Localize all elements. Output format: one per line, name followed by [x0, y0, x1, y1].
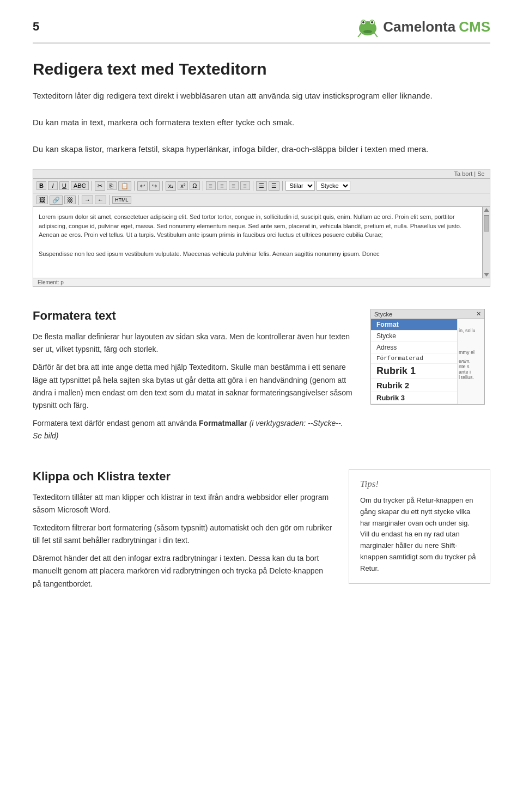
image-button[interactable]: 🖼: [37, 196, 48, 204]
tips-heading: Tips!: [360, 479, 479, 490]
scroll-arrow-up-icon: [484, 208, 489, 212]
align-center-button[interactable]: ≡: [217, 181, 227, 190]
dropdown-side-text: in, sollu mmy el enim. nte s ante i l te…: [457, 319, 484, 404]
stycke-select[interactable]: Stycke: [317, 181, 350, 191]
formatera-para3: Formatera text därför endast genom att a…: [33, 417, 354, 442]
klippa-para1: Texteditorn tillåter att man klipper och…: [33, 491, 332, 516]
align-justify-button[interactable]: ≡: [240, 181, 250, 190]
formatera-para3-normal: Formatera text därför endast genom att a…: [33, 419, 199, 428]
format-dropdown: Stycke ✕ Format Stycke Adress Förformate…: [370, 309, 485, 405]
styles-select[interactable]: Stilar: [285, 181, 315, 191]
page-container: 5 Camelonta CMS Redigera text med Texted…: [0, 0, 523, 812]
strikethrough-button[interactable]: ABC: [71, 181, 89, 190]
page-title: Redigera text med Texteditorn: [33, 60, 490, 78]
link-button[interactable]: 🔗: [50, 196, 63, 205]
formatera-para3-bold: Formatmallar: [199, 419, 247, 428]
editor-toolbar-row1: B I U ABC ✂ ⎘ 📋 ↩ ↪ x₂ x² Ω ≡ ≡ ≡ ≡ ☰ ☰: [33, 179, 490, 193]
row2-sep1: [78, 195, 79, 205]
superscript-button[interactable]: x²: [178, 181, 188, 190]
underline-button[interactable]: U: [59, 181, 69, 190]
formatera-heading: Formatera text: [33, 309, 354, 323]
tips-text: Om du trycker på Retur-knappen en gång s…: [360, 495, 479, 575]
html-button[interactable]: HTML: [112, 196, 131, 204]
scroll-arrow-down-icon: [484, 273, 489, 277]
editor-content[interactable]: Lorem ipsum dolor sit amet, consectetuer…: [33, 207, 482, 278]
indent-button[interactable]: →: [82, 196, 93, 204]
editor-toolbar-row2: 🖼 🔗 ⛓ → ← HTML: [33, 193, 490, 207]
italic-button[interactable]: I: [48, 181, 58, 190]
dropdown-item-adress[interactable]: Adress: [371, 342, 457, 353]
subscript-button[interactable]: x₂: [166, 181, 177, 191]
klippa-para3: Däremot händer det att den infogar extra…: [33, 552, 332, 590]
formatera-left-col: Formatera text De flesta mallar definier…: [33, 309, 354, 448]
editor-body: Lorem ipsum dolor sit amet, consectetuer…: [33, 207, 490, 278]
dropdown-item-rubrik2[interactable]: Rubrik 2: [371, 379, 457, 392]
dropdown-item-format[interactable]: Format: [371, 319, 457, 331]
editor-para1: Lorem ipsum dolor sit amet, consectetuer…: [39, 212, 477, 240]
dropdown-item-rubrik1[interactable]: Rubrik 1: [371, 364, 457, 379]
bold-button[interactable]: B: [37, 181, 46, 190]
svg-point-6: [371, 21, 373, 23]
undo-button[interactable]: ↩: [137, 181, 148, 191]
separator3: [162, 181, 163, 191]
unlink-button[interactable]: ⛓: [64, 196, 76, 204]
intro-para1: Texteditorn låter dig redigera text dire…: [33, 89, 490, 103]
klippa-left-col: Klippa och Klistra texter Texteditorn ti…: [33, 469, 332, 596]
dropdown-item-rubrik3[interactable]: Rubrik 3: [371, 392, 457, 404]
tips-col: Tips! Om du trycker på Retur-knappen en …: [349, 469, 490, 596]
page-header: 5 Camelonta CMS: [33, 16, 490, 44]
dropdown-format-item[interactable]: Format Stycke Adress Förformaterad Rubri…: [371, 319, 457, 404]
editor-top-bar: Ta bort | Sc: [33, 169, 490, 179]
formatera-right-col: Stycke ✕ Format Stycke Adress Förformate…: [370, 309, 490, 448]
logo-area: Camelonta CMS: [356, 16, 490, 37]
klippa-para2: Texteditorn filtrerar bort formatering (…: [33, 522, 332, 547]
copy-button[interactable]: ⎘: [107, 181, 117, 190]
redo-button[interactable]: ↪: [149, 181, 160, 191]
paste-button[interactable]: 📋: [118, 181, 131, 191]
formatera-para1: De flesta mallar definierar hur layouten…: [33, 331, 354, 356]
align-left-button[interactable]: ≡: [206, 181, 216, 190]
dropdown-item-forformaterad[interactable]: Förformaterad: [371, 353, 457, 364]
separator5: [253, 181, 253, 191]
outdent-button[interactable]: ←: [95, 196, 106, 204]
dropdown-format-row: Format Stycke Adress Förformaterad Rubri…: [371, 319, 484, 404]
intro-para2: Du kan mata in text, markera och formate…: [33, 116, 490, 130]
klippa-section: Klippa och Klistra texter Texteditorn ti…: [33, 469, 490, 596]
separator6: [282, 181, 283, 191]
dropdown-title: Stycke: [374, 311, 392, 318]
logo-text-camelonta: Camelonta: [383, 19, 455, 35]
intro-para3: Du kan skapa listor, markera fetstil, sk…: [33, 143, 490, 156]
dropdown-close-icon[interactable]: ✕: [476, 310, 481, 318]
align-right-button[interactable]: ≡: [229, 181, 239, 190]
svg-point-5: [362, 21, 364, 23]
formatera-para2: Därför är det bra att inte ange detta me…: [33, 361, 354, 411]
editor-status-bar: Element: p: [33, 278, 490, 286]
camelonta-logo-icon: [356, 16, 380, 37]
list-ol-button[interactable]: ☰: [269, 181, 279, 191]
tabort-label: Ta bort | Sc: [454, 170, 484, 177]
list-ul-button[interactable]: ☰: [256, 181, 267, 191]
separator1: [92, 181, 92, 191]
scrollbar-thumb[interactable]: [484, 215, 489, 231]
logo-text-cms: CMS: [459, 19, 490, 35]
klippa-heading: Klippa och Klistra texter: [33, 469, 332, 484]
editor-status-text: Element: p: [38, 279, 64, 285]
dropdown-item-stycke[interactable]: Stycke: [371, 331, 457, 342]
separator4: [203, 181, 203, 191]
separator2: [134, 181, 135, 191]
editor-para2: Suspendisse non leo sed ipsum vestibulum…: [39, 249, 477, 259]
tips-box: Tips! Om du trycker på Retur-knappen en …: [349, 469, 490, 584]
dropdown-items: Format Stycke Adress Förformaterad Rubri…: [371, 319, 484, 404]
editor-scrollbar[interactable]: [482, 207, 490, 278]
page-number: 5: [33, 20, 39, 34]
special-chars-button[interactable]: Ω: [190, 181, 199, 190]
formatera-section: Formatera text De flesta mallar definier…: [33, 309, 490, 448]
dropdown-header: Stycke ✕: [371, 309, 484, 319]
editor-screenshot: Ta bort | Sc B I U ABC ✂ ⎘ 📋 ↩ ↪ x₂ x² Ω…: [33, 169, 490, 287]
svg-point-7: [363, 30, 372, 33]
cut-button[interactable]: ✂: [95, 181, 105, 191]
row2-sep2: [109, 195, 110, 205]
